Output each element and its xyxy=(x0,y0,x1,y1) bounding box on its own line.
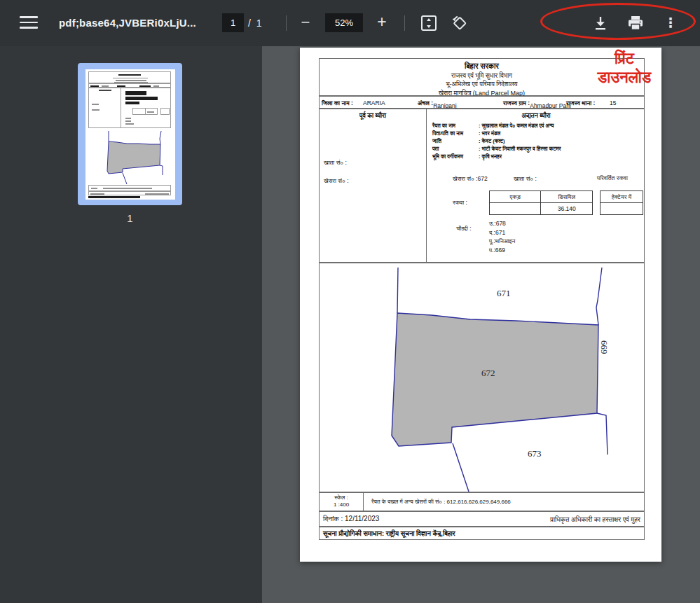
boundary-south: द.:671 xyxy=(489,228,515,237)
land-class-value: : कृषि भनहर xyxy=(479,153,502,160)
previous-title: पूर्व का ब्यौरा xyxy=(320,112,426,120)
scale-value: 1 :400 xyxy=(320,501,363,508)
annotation-label: प्रिंट डाउनलोड xyxy=(565,49,684,87)
khesra-label: खेसरा सं० : xyxy=(453,175,478,182)
plot-673-west-line xyxy=(453,443,469,492)
scale-label: स्केल : xyxy=(320,494,363,501)
land-class-row: भूमि का वर्गीकरण: कृषि भनहर xyxy=(432,153,502,160)
plot-671-west-line xyxy=(397,268,398,313)
page-number-input[interactable]: 1 xyxy=(222,13,244,32)
date-row: दिनांक : 12/11/2023 प्राधिकृत अधिकारी का… xyxy=(319,511,645,527)
scale-cell: स्केल : 1 :400 xyxy=(320,493,364,511)
zoom-in-button[interactable]: + xyxy=(371,11,392,34)
menu-icon[interactable] xyxy=(20,16,38,30)
plot-label-669: 669 xyxy=(599,340,610,354)
thumbnail-page-number: 1 xyxy=(78,212,182,224)
boundary-label: चौहद्दी : xyxy=(456,225,472,233)
plot-673-east-line xyxy=(597,413,608,455)
father-value: : भवर मंडल xyxy=(479,130,500,137)
khata-label: खाता सं० : xyxy=(514,175,537,183)
date-value: दिनांक : 12/11/2023 xyxy=(323,515,379,523)
page-count-label: / 1 xyxy=(248,0,261,46)
annotation-circle xyxy=(540,3,696,40)
address-row: पता: भाटी केवट निवासी मकनपुर व हिस्सा कट… xyxy=(432,146,561,153)
pdf-page: बिहार सरकार राजस्व एवं भूमि सुधार विभाग … xyxy=(300,48,661,562)
toolbar-divider xyxy=(404,15,405,31)
details-section: पूर्व का ब्यौरा खाता सं० : खेसरा सं० : अ… xyxy=(319,109,645,263)
it-solution-label: सूचना प्रौद्योगिकी समाधान: राष्ट्रीय सूच… xyxy=(323,529,455,538)
converted-area-label: परिवर्तित रकवा xyxy=(597,174,628,182)
district-value: ARARIA xyxy=(363,99,385,106)
previous-details-column: पूर्व का ब्यौरा खाता सं० : खेसरा सं० : xyxy=(320,109,427,262)
boundary-north: उ.:678 xyxy=(489,219,515,228)
current-details-column: अद्यतन ब्यौरा रैयत का नाम: सुखलाल मंडल प… xyxy=(427,109,645,262)
raiyat-label: रैयत का नाम xyxy=(432,123,479,130)
meta-row: जिला का नाम : ARARIA अंचल :Raniganj राजस… xyxy=(319,96,645,109)
parcel-map: 671 672 673 669 xyxy=(319,263,645,492)
pdf-viewport[interactable]: बिहार सरकार राजस्व एवं भूमि सुधार विभाग … xyxy=(262,46,700,603)
address-value: : भाटी केवट निवासी मकनपुर व हिस्सा कटमर xyxy=(479,146,561,152)
annotation-print-text: प्रिंट xyxy=(565,49,684,68)
page-thumbnail[interactable] xyxy=(78,63,182,205)
acre-value xyxy=(490,203,541,215)
thana-label: राजस्व थाना : xyxy=(566,99,595,107)
plot-label-673: 673 xyxy=(528,448,542,459)
page-separator: / xyxy=(248,18,251,29)
area-table: एकड़ डिसमिल 36.140 xyxy=(489,190,593,215)
document-title: pdf;base64,JVBERi0xLjU... xyxy=(59,0,196,46)
plot-672-polygon xyxy=(392,313,598,446)
acre-header: एकड़ xyxy=(490,191,541,203)
hectare-header: हेक्टेयर में xyxy=(601,191,643,203)
thumbnail-sidebar: 1 xyxy=(0,46,262,603)
signature-label: प्राधिकृत अधिकारी का हस्ताक्षर एवं मुहर xyxy=(550,515,640,524)
land-class-label: भूमि का वर्गीकरण xyxy=(432,153,479,160)
plot-label-671: 671 xyxy=(497,288,511,298)
father-label: पिता/पति का नाम xyxy=(432,130,479,137)
thana-value: 15 xyxy=(610,99,616,106)
father-row: पिता/पति का नाम: भवर मंडल xyxy=(432,130,500,137)
khesra-field: खेसरा सं० :672 xyxy=(453,175,488,183)
boundary-list: उ.:678 द.:671 पू.:थनिआइन प.:669 xyxy=(489,219,515,254)
other-khesra-note: रैयत के दखल में अन्य खेसरों की सं० : 612… xyxy=(371,499,511,506)
thumbnail-page-preview xyxy=(85,69,175,200)
page-total-value: 1 xyxy=(256,18,262,29)
plot-label-672: 672 xyxy=(481,368,495,378)
caste-label: जाति xyxy=(432,138,479,145)
decimal-value: 36.140 xyxy=(541,203,593,215)
rakwa-label: रकवा : xyxy=(453,199,467,207)
zoom-out-button[interactable]: − xyxy=(295,12,316,34)
prev-khesra-label: खेसरा सं० : xyxy=(324,177,349,185)
caste-value: : केवट (कत्ट) xyxy=(479,138,505,144)
scale-row: स्केल : 1 :400 रैयत के दखल में अन्य खेसर… xyxy=(319,492,645,511)
anchal-label: अंचल : xyxy=(418,99,433,106)
current-title: अद्यतन ब्यौरा xyxy=(427,112,645,120)
raiyat-row: रैयत का नाम: सुखलाल मंडल पे० कमल मंडल एव… xyxy=(432,123,554,130)
annotation-download-text: डाउनलोड xyxy=(565,68,684,87)
district-label: जिला का नाम : xyxy=(322,99,353,107)
caste-row: जाति: केवट (कत्ट) xyxy=(432,138,505,145)
hectare-table: हेक्टेयर में xyxy=(600,190,643,215)
it-footer-row: सूचना प्रौद्योगिकी समाधान: राष्ट्रीय सूच… xyxy=(319,527,645,540)
khesra-value: 672 xyxy=(478,175,488,182)
address-label: पता xyxy=(432,146,479,153)
prev-khata-label: खाता सं० : xyxy=(324,159,347,167)
boundary-west: प.:669 xyxy=(489,246,515,255)
village-label: राजस्व ग्राम : xyxy=(503,99,530,106)
thumbnail-map xyxy=(88,130,172,184)
hectare-value xyxy=(601,203,643,215)
boundary-east: पू.:थनिआइन xyxy=(489,237,515,246)
anchal-field: अंचल :Raniganj xyxy=(418,99,433,107)
village-field: राजस्व ग्राम :Ahmadpur Pahi xyxy=(503,99,530,107)
fit-to-page-icon[interactable] xyxy=(419,13,439,33)
plot-669-line xyxy=(596,268,602,325)
decimal-header: डिसमिल xyxy=(541,191,593,203)
rotate-icon[interactable] xyxy=(450,13,469,33)
zoom-level-display: 52% xyxy=(325,13,363,32)
toolbar-divider xyxy=(286,15,287,31)
raiyat-value: : सुखलाल मंडल पे० कमल मंडल एवं अन्य xyxy=(479,123,554,129)
